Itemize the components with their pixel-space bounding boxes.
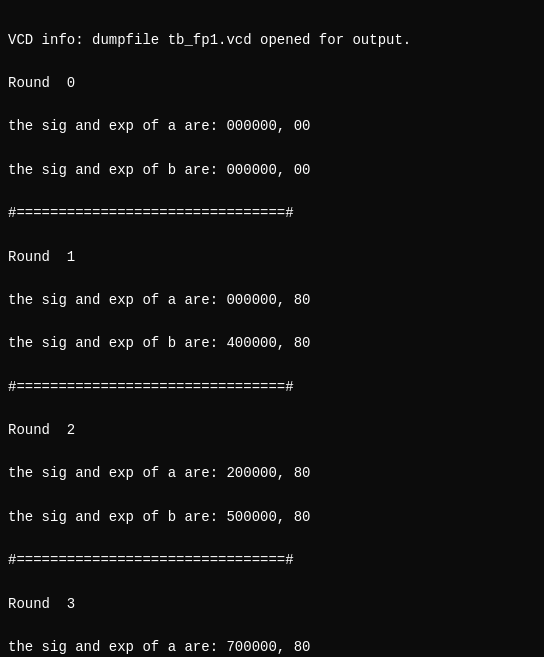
terminal-line: #================================#	[8, 550, 536, 572]
terminal-line: the sig and exp of b are: 400000, 80	[8, 333, 536, 355]
terminal-line: the sig and exp of b are: 500000, 80	[8, 507, 536, 529]
terminal-line: the sig and exp of a are: 700000, 80	[8, 637, 536, 657]
terminal-line: Round 3	[8, 594, 536, 616]
terminal-line: the sig and exp of a are: 000000, 80	[8, 290, 536, 312]
terminal-line: #================================#	[8, 377, 536, 399]
terminal-line: #================================#	[8, 203, 536, 225]
terminal-line: the sig and exp of a are: 000000, 00	[8, 116, 536, 138]
terminal-line: VCD info: dumpfile tb_fp1.vcd opened for…	[8, 30, 536, 52]
terminal-line: Round 2	[8, 420, 536, 442]
terminal-line: the sig and exp of a are: 200000, 80	[8, 463, 536, 485]
terminal-line: the sig and exp of b are: 000000, 00	[8, 160, 536, 182]
terminal-line: Round 1	[8, 247, 536, 269]
terminal-line: Round 0	[8, 73, 536, 95]
terminal-output: VCD info: dumpfile tb_fp1.vcd opened for…	[8, 8, 536, 657]
